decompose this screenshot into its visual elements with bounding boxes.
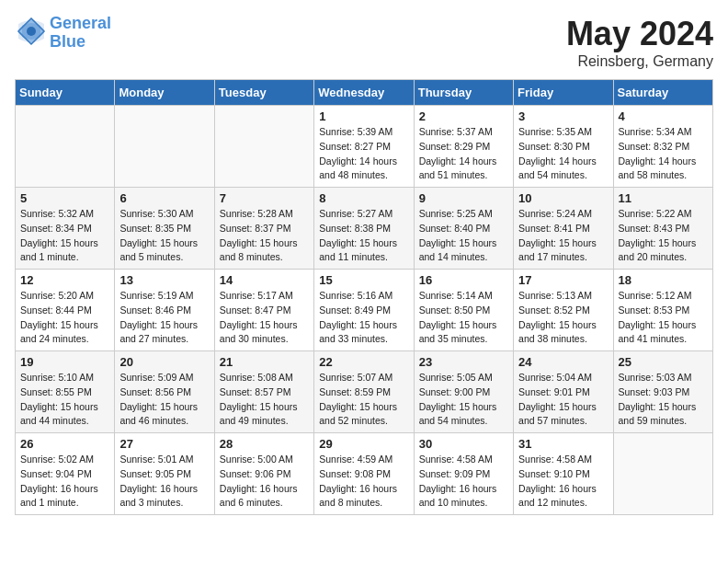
calendar-cell: 17Sunrise: 5:13 AMSunset: 8:52 PMDayligh… — [514, 270, 613, 351]
day-info: Sunrise: 5:03 AMSunset: 9:03 PMDaylight:… — [619, 371, 708, 429]
day-number: 5 — [20, 191, 109, 205]
calendar-cell: 18Sunrise: 5:12 AMSunset: 8:53 PMDayligh… — [613, 270, 712, 351]
day-info: Sunrise: 5:10 AMSunset: 8:55 PMDaylight:… — [20, 371, 109, 429]
day-number: 6 — [119, 191, 209, 205]
calendar-cell: 22Sunrise: 5:07 AMSunset: 8:59 PMDayligh… — [314, 351, 414, 433]
calendar-cell — [16, 106, 115, 188]
svg-point-1 — [27, 27, 36, 36]
day-info: Sunrise: 5:19 AMSunset: 8:46 PMDaylight:… — [119, 289, 209, 347]
day-number: 15 — [319, 273, 408, 287]
day-number: 24 — [518, 355, 608, 369]
day-info: Sunrise: 5:17 AMSunset: 8:47 PMDaylight:… — [220, 289, 309, 347]
calendar-cell — [214, 106, 313, 188]
day-info: Sunrise: 4:59 AMSunset: 9:08 PMDaylight:… — [319, 453, 408, 511]
day-header-monday: Monday — [115, 80, 214, 106]
day-info: Sunrise: 5:09 AMSunset: 8:56 PMDaylight:… — [119, 371, 209, 429]
day-info: Sunrise: 5:34 AMSunset: 8:32 PMDaylight:… — [619, 125, 708, 183]
day-info: Sunrise: 5:13 AMSunset: 8:52 PMDaylight:… — [518, 289, 608, 347]
calendar-cell: 2Sunrise: 5:37 AMSunset: 8:29 PMDaylight… — [414, 106, 513, 188]
day-info: Sunrise: 5:01 AMSunset: 9:05 PMDaylight:… — [119, 453, 209, 511]
day-number: 16 — [419, 273, 508, 287]
day-number: 30 — [419, 437, 508, 451]
day-info: Sunrise: 5:14 AMSunset: 8:50 PMDaylight:… — [419, 289, 508, 347]
day-number: 14 — [220, 273, 309, 287]
day-number: 2 — [419, 109, 508, 123]
calendar-cell: 19Sunrise: 5:10 AMSunset: 8:55 PMDayligh… — [16, 351, 115, 433]
calendar-cell: 28Sunrise: 5:00 AMSunset: 9:06 PMDayligh… — [214, 433, 313, 515]
day-info: Sunrise: 5:28 AMSunset: 8:37 PMDaylight:… — [220, 207, 309, 265]
day-info: Sunrise: 5:35 AMSunset: 8:30 PMDaylight:… — [518, 125, 608, 183]
logo-icon — [15, 15, 48, 48]
day-info: Sunrise: 5:12 AMSunset: 8:53 PMDaylight:… — [619, 289, 708, 347]
day-header-thursday: Thursday — [414, 80, 513, 106]
day-number: 3 — [518, 109, 608, 123]
day-number: 25 — [619, 355, 708, 369]
day-header-tuesday: Tuesday — [214, 80, 313, 106]
day-number: 31 — [518, 437, 608, 451]
day-number: 29 — [319, 437, 408, 451]
day-info: Sunrise: 5:22 AMSunset: 8:43 PMDaylight:… — [619, 207, 708, 265]
day-info: Sunrise: 5:39 AMSunset: 8:27 PMDaylight:… — [319, 125, 408, 183]
calendar-cell: 10Sunrise: 5:24 AMSunset: 8:41 PMDayligh… — [514, 188, 613, 270]
calendar-cell: 9Sunrise: 5:25 AMSunset: 8:40 PMDaylight… — [414, 188, 513, 270]
day-info: Sunrise: 4:58 AMSunset: 9:10 PMDaylight:… — [518, 453, 608, 511]
month-title: May 2024 — [566, 15, 713, 53]
day-number: 11 — [619, 191, 708, 205]
day-number: 17 — [518, 273, 608, 287]
day-info: Sunrise: 5:27 AMSunset: 8:38 PMDaylight:… — [319, 207, 408, 265]
calendar-cell: 12Sunrise: 5:20 AMSunset: 8:44 PMDayligh… — [16, 270, 115, 351]
day-info: Sunrise: 5:07 AMSunset: 8:59 PMDaylight:… — [319, 371, 408, 429]
day-number: 23 — [419, 355, 508, 369]
title-block: May 2024 Reinsberg, Germany — [566, 15, 713, 70]
calendar-cell: 27Sunrise: 5:01 AMSunset: 9:05 PMDayligh… — [115, 433, 214, 515]
day-info: Sunrise: 5:08 AMSunset: 8:57 PMDaylight:… — [220, 371, 309, 429]
day-number: 20 — [119, 355, 209, 369]
logo-line1: General — [50, 14, 111, 32]
day-number: 22 — [319, 355, 408, 369]
day-info: Sunrise: 5:20 AMSunset: 8:44 PMDaylight:… — [20, 289, 109, 347]
calendar-cell: 30Sunrise: 4:58 AMSunset: 9:09 PMDayligh… — [414, 433, 513, 515]
day-info: Sunrise: 4:58 AMSunset: 9:09 PMDaylight:… — [419, 453, 508, 511]
day-number: 10 — [518, 191, 608, 205]
day-number: 18 — [619, 273, 708, 287]
day-number: 9 — [419, 191, 508, 205]
calendar-cell: 16Sunrise: 5:14 AMSunset: 8:50 PMDayligh… — [414, 270, 513, 351]
location: Reinsberg, Germany — [566, 53, 713, 70]
day-number: 8 — [319, 191, 408, 205]
calendar-cell: 6Sunrise: 5:30 AMSunset: 8:35 PMDaylight… — [115, 188, 214, 270]
calendar-cell: 25Sunrise: 5:03 AMSunset: 9:03 PMDayligh… — [613, 351, 712, 433]
day-number: 19 — [20, 355, 109, 369]
logo: General Blue — [15, 15, 111, 52]
calendar-cell: 15Sunrise: 5:16 AMSunset: 8:49 PMDayligh… — [314, 270, 414, 351]
day-number: 21 — [220, 355, 309, 369]
calendar-cell: 8Sunrise: 5:27 AMSunset: 8:38 PMDaylight… — [314, 188, 414, 270]
day-number: 12 — [20, 273, 109, 287]
calendar-cell: 3Sunrise: 5:35 AMSunset: 8:30 PMDaylight… — [514, 106, 613, 188]
day-info: Sunrise: 5:04 AMSunset: 9:01 PMDaylight:… — [518, 371, 608, 429]
day-info: Sunrise: 5:32 AMSunset: 8:34 PMDaylight:… — [20, 207, 109, 265]
day-number: 26 — [20, 437, 109, 451]
day-header-saturday: Saturday — [613, 80, 712, 106]
day-number: 1 — [319, 109, 408, 123]
page-header: General Blue May 2024 Reinsberg, Germany — [15, 15, 713, 70]
calendar-cell: 20Sunrise: 5:09 AMSunset: 8:56 PMDayligh… — [115, 351, 214, 433]
calendar-cell: 31Sunrise: 4:58 AMSunset: 9:10 PMDayligh… — [514, 433, 613, 515]
calendar-cell: 1Sunrise: 5:39 AMSunset: 8:27 PMDaylight… — [314, 106, 414, 188]
calendar-cell: 21Sunrise: 5:08 AMSunset: 8:57 PMDayligh… — [214, 351, 313, 433]
calendar-table: SundayMondayTuesdayWednesdayThursdayFrid… — [15, 79, 713, 515]
day-number: 13 — [119, 273, 209, 287]
day-info: Sunrise: 5:16 AMSunset: 8:49 PMDaylight:… — [319, 289, 408, 347]
calendar-cell: 29Sunrise: 4:59 AMSunset: 9:08 PMDayligh… — [314, 433, 414, 515]
logo-name: General Blue — [50, 15, 111, 52]
day-info: Sunrise: 5:30 AMSunset: 8:35 PMDaylight:… — [119, 207, 209, 265]
day-header-sunday: Sunday — [16, 80, 115, 106]
day-info: Sunrise: 5:24 AMSunset: 8:41 PMDaylight:… — [518, 207, 608, 265]
calendar-cell: 11Sunrise: 5:22 AMSunset: 8:43 PMDayligh… — [613, 188, 712, 270]
calendar-cell: 13Sunrise: 5:19 AMSunset: 8:46 PMDayligh… — [115, 270, 214, 351]
day-info: Sunrise: 5:25 AMSunset: 8:40 PMDaylight:… — [419, 207, 508, 265]
day-info: Sunrise: 5:02 AMSunset: 9:04 PMDaylight:… — [20, 453, 109, 511]
calendar-cell: 23Sunrise: 5:05 AMSunset: 9:00 PMDayligh… — [414, 351, 513, 433]
day-number: 4 — [619, 109, 708, 123]
calendar-cell: 14Sunrise: 5:17 AMSunset: 8:47 PMDayligh… — [214, 270, 313, 351]
day-info: Sunrise: 5:37 AMSunset: 8:29 PMDaylight:… — [419, 125, 508, 183]
